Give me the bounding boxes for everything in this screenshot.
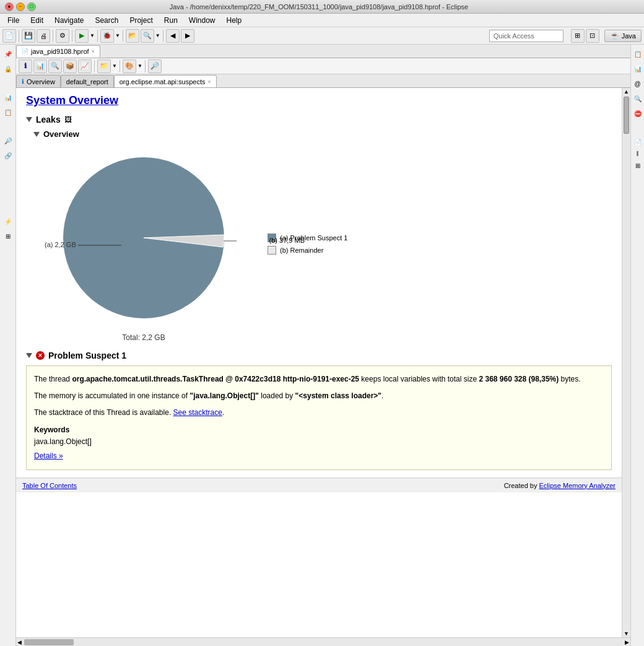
leaks-title: Leaks (36, 115, 61, 124)
back-btn[interactable]: ◀ (166, 29, 180, 43)
minimize-btn[interactable]: − (16, 2, 25, 11)
menu-window[interactable]: Window (184, 15, 220, 26)
pie-total-label: Total: 2,2 GB (122, 333, 165, 342)
mat-group-btn[interactable]: 📁 (97, 59, 111, 73)
sidebar-icon-6[interactable]: 🔗 (1, 149, 15, 162)
scrollbar-down-btn[interactable]: ▼ (622, 630, 630, 637)
mat-group-dropdown[interactable]: ▼ (112, 63, 117, 69)
info-line1: The thread org.apache.tomcat.util.thread… (34, 373, 604, 385)
sidebar-icon-2[interactable]: 🔒 (1, 62, 15, 76)
quick-access-input[interactable]: Quick Access (489, 30, 564, 42)
java-perspective-btn[interactable]: ☕ Java (604, 30, 642, 42)
perspective-btn2[interactable]: ⊡ (586, 29, 599, 43)
tool3-dropdown[interactable]: ▼ (155, 33, 160, 38)
window-controls[interactable]: ● − □ (5, 2, 36, 11)
right-icon-7[interactable]: ⊞ (631, 159, 645, 172)
tool3[interactable]: 🔍 (141, 29, 154, 43)
sidebar-icon-8[interactable]: ⊞ (1, 229, 15, 243)
system-overview-link[interactable]: System Overview (26, 94, 612, 107)
horizontal-scrollbar[interactable]: ◀ ▶ (16, 637, 630, 646)
chart-area: (a) 2,2 GB (45, 145, 612, 343)
tool2[interactable]: 📂 (126, 29, 139, 43)
print-btn[interactable]: 🖨 (37, 29, 50, 43)
left-sidebar: 📌 🔒 📊 📋 🔎 🔗 ⚡ ⊞ (0, 45, 16, 646)
new-btn[interactable]: 📄 (2, 29, 16, 43)
mat-color-dropdown[interactable]: ▼ (137, 63, 142, 69)
sep4 (97, 30, 98, 42)
menu-run[interactable]: Run (159, 15, 183, 26)
suspects-tab-close[interactable]: × (208, 79, 211, 85)
right-icon-2[interactable]: 📊 (631, 62, 645, 76)
mat-inspector-btn[interactable]: 🔍 (48, 59, 62, 73)
sidebar-icon-3[interactable]: 📊 (1, 90, 15, 104)
leaks-collapse-arrow[interactable] (26, 117, 32, 122)
title-bar: ● − □ Java - /home/denixx/temp/220_FM_OO… (0, 0, 644, 14)
tool1[interactable]: ⚙ (56, 29, 69, 43)
sep3 (72, 30, 72, 42)
forward-btn[interactable]: ▶ (181, 29, 194, 43)
maximize-btn[interactable]: □ (27, 2, 36, 11)
vertical-scrollbar[interactable]: ▲ ▼ (622, 88, 630, 637)
scrollbar-up-btn[interactable]: ▲ (622, 88, 630, 95)
menu-edit[interactable]: Edit (25, 15, 48, 26)
table-of-contents-link[interactable]: Table Of Contents (22, 482, 77, 489)
page-content: System Overview Leaks 🖼 Overview (16, 88, 622, 637)
scrollbar-thumb[interactable] (624, 97, 629, 134)
details-link[interactable]: Details » (34, 450, 604, 462)
right-icon-1[interactable]: 📋 (631, 47, 645, 61)
editor-tab-bar: 📄 java_pid9108.hprof × (16, 45, 630, 58)
info-line2: The memory is accumulated in one instanc… (34, 390, 604, 402)
sidebar-icon-7[interactable]: ⚡ (1, 214, 15, 228)
right-icon-4[interactable]: 🔍 (631, 92, 645, 105)
page-tab-default-report[interactable]: default_report (61, 75, 114, 87)
mat-heap-btn[interactable]: 📦 (63, 59, 77, 73)
problem-suspect-collapse[interactable] (26, 353, 32, 358)
keywords-section: Keywords java.lang.Object[] Details » (34, 424, 604, 463)
debug-btn[interactable]: 🐞 (100, 29, 114, 43)
close-btn[interactable]: ● (5, 2, 14, 11)
menu-navigate[interactable]: Navigate (50, 15, 89, 26)
run-dropdown[interactable]: ▼ (90, 33, 95, 38)
problem-suspect-header: ✕ Problem Suspect 1 (26, 351, 612, 360)
sidebar-icon-1[interactable]: 📌 (1, 47, 15, 61)
right-icon-5[interactable]: ⛔ (631, 107, 645, 120)
legend-box-b (268, 246, 276, 255)
created-by-text: Created by Eclipse Memory Analyzer (504, 482, 616, 489)
sidebar-icon-4[interactable]: 📋 (1, 105, 15, 119)
right-icon-6[interactable]: 📄 (631, 135, 645, 149)
mat-overview-btn[interactable]: 📊 (33, 59, 47, 73)
mat-color-btn[interactable]: 🎨 (123, 59, 136, 73)
main-layout: 📌 🔒 📊 📋 🔎 🔗 ⚡ ⊞ 📄 java_pid9108.hprof × ℹ… (0, 45, 644, 646)
sidebar-icon-5[interactable]: 🔎 (1, 134, 15, 147)
see-stacktrace-link[interactable]: See stacktrace (173, 408, 222, 417)
sep5 (123, 30, 123, 42)
h-scrollbar-thumb[interactable] (24, 639, 74, 645)
pie-label-a: (a) 2,2 GB (45, 241, 128, 248)
mat-toolbar: ℹ 📊 🔍 📦 📈 📁 ▼ 🎨 ▼ 🔎 (16, 58, 630, 74)
page-tab-suspects[interactable]: org.eclipse.mat.api:suspects × (114, 75, 217, 87)
menu-search[interactable]: Search (90, 15, 123, 26)
right-icon-3[interactable]: @ (631, 77, 645, 90)
overview-collapse-arrow[interactable] (33, 132, 40, 137)
perspective-btn1[interactable]: ⊞ (571, 29, 585, 43)
editor-tab-hprof[interactable]: 📄 java_pid9108.hprof × (16, 45, 100, 58)
eclipse-memory-analyzer-link[interactable]: Eclipse Memory Analyzer (539, 482, 616, 489)
overview-sub-title: Overview (43, 129, 79, 139)
menu-project[interactable]: Project (124, 15, 157, 26)
right-sidebar: 📋 📊 @ 🔍 ⛔ 📄 ⊞ (630, 45, 644, 646)
debug-dropdown[interactable]: ▼ (115, 33, 120, 38)
scrollbar-right-btn[interactable]: ▶ (624, 638, 630, 647)
mat-info-btn[interactable]: ℹ (19, 59, 32, 73)
tab-close-btn[interactable]: × (92, 48, 95, 55)
run-btn[interactable]: ▶ (75, 29, 89, 43)
save-btn[interactable]: 💾 (22, 29, 35, 43)
pie-chart-svg (51, 145, 237, 331)
scrollbar-left-btn[interactable]: ◀ (16, 638, 23, 647)
mat-report-btn[interactable]: 📈 (78, 59, 92, 73)
page-tab-overview[interactable]: ℹ Overview (16, 75, 61, 87)
sep2 (53, 30, 53, 42)
menu-help[interactable]: Help (222, 15, 247, 26)
menu-file[interactable]: File (2, 15, 24, 26)
mat-search-btn[interactable]: 🔎 (148, 59, 162, 73)
menu-bar: File Edit Navigate Search Project Run Wi… (0, 14, 644, 27)
